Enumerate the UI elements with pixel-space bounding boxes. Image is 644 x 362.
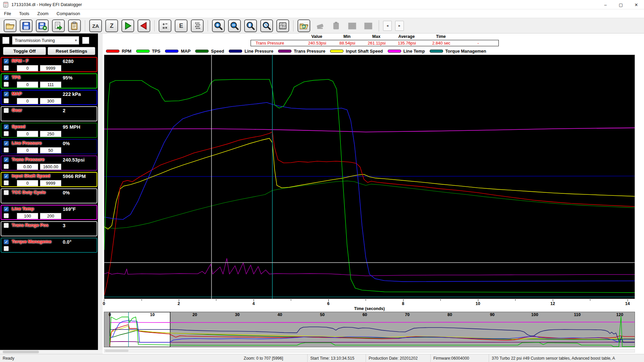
- sidebar-splitter[interactable]: [98, 34, 103, 350]
- nav-left-button[interactable]: ◂: [383, 21, 392, 31]
- scrollbar-thumb[interactable]: [3, 351, 39, 353]
- channel-min-input[interactable]: [17, 65, 38, 71]
- channel-visible-checkbox[interactable]: ✓: [4, 124, 9, 129]
- channel-visible-checkbox[interactable]: ✓: [4, 141, 9, 146]
- calculator-icon: [160, 21, 170, 31]
- channel-label: MAP: [12, 91, 22, 96]
- overview-tick-label: 30: [235, 312, 240, 317]
- menu-item-file[interactable]: File: [0, 9, 15, 18]
- open-log-button[interactable]: [4, 19, 16, 32]
- menu-item-tools[interactable]: Tools: [15, 9, 33, 18]
- channel-list: ✓RPM - F6280✓TPS95%✓MAP222 kPaGear2✓Spee…: [0, 57, 98, 253]
- cursor-stats-table: Value Min Max Average Time Trans Pressur…: [251, 34, 499, 46]
- channel-min-input[interactable]: [17, 147, 38, 154]
- channel-secondary-checkbox[interactable]: [4, 98, 9, 103]
- axis-tick-label: 8: [402, 301, 404, 306]
- channel-secondary-checkbox[interactable]: [4, 131, 9, 136]
- status-tune-info: 370 Turbo 22 psi #49 Custom sensor table…: [489, 354, 644, 362]
- channel-value: 240.53psi: [63, 157, 85, 163]
- legend-swatch: [136, 50, 150, 53]
- overview-chart[interactable]: [104, 312, 635, 347]
- channel-visible-checkbox[interactable]: [4, 223, 9, 228]
- overview-scrollbar[interactable]: [104, 349, 635, 353]
- channel-visible-checkbox[interactable]: [4, 190, 9, 195]
- channel-max-input[interactable]: [40, 164, 61, 170]
- axis-tick: [366, 299, 366, 301]
- scrollbar-thumb[interactable]: [105, 350, 128, 352]
- channel-secondary-checkbox[interactable]: [4, 180, 9, 185]
- channel-max-input[interactable]: [40, 213, 61, 219]
- save-add-button[interactable]: [36, 19, 49, 32]
- zoom-out-button[interactable]: [228, 19, 241, 32]
- paste-button[interactable]: [68, 19, 81, 32]
- events-e-button[interactable]: E: [175, 19, 187, 32]
- preset-dropdown[interactable]: Transmission Tuning ▾: [12, 36, 79, 45]
- channel-min-input[interactable]: [17, 180, 38, 186]
- export-button[interactable]: [52, 19, 65, 32]
- channel-min-input[interactable]: [17, 81, 38, 88]
- channel-max-input[interactable]: [40, 147, 61, 154]
- channel-visible-checkbox[interactable]: ✓: [4, 92, 9, 97]
- channel-secondary-checkbox[interactable]: [4, 65, 9, 70]
- channel-visible-checkbox[interactable]: [4, 108, 9, 113]
- channel-visible-checkbox[interactable]: ✓: [4, 174, 9, 179]
- channel-visible-checkbox[interactable]: ✓: [4, 239, 9, 244]
- channel-min-input[interactable]: [17, 131, 38, 137]
- minimize-button[interactable]: –: [598, 0, 613, 9]
- close-button[interactable]: ✕: [629, 0, 644, 9]
- status-section-ready: Ready Zoom: 0 to 707 [5996]: [0, 354, 308, 362]
- dots-grid-button[interactable]: [191, 19, 204, 32]
- preset-left-box[interactable]: [2, 37, 9, 44]
- channel-max-input[interactable]: [40, 81, 61, 88]
- zoom-time-button[interactable]: [260, 19, 273, 32]
- channel-min-input[interactable]: [17, 164, 38, 170]
- channel-secondary-checkbox[interactable]: [4, 164, 9, 169]
- trace-trans-pressure: [110, 342, 635, 342]
- zoom-all-za-button[interactable]: ZA: [89, 19, 102, 32]
- rewind-button[interactable]: [138, 19, 150, 32]
- main-chart[interactable]: [104, 55, 635, 299]
- toggle-off-button[interactable]: Toggle Off: [3, 47, 46, 55]
- nav-right-button[interactable]: ▸: [395, 21, 404, 31]
- channel-visible-checkbox[interactable]: ✓: [4, 75, 9, 80]
- channel-secondary-checkbox[interactable]: [4, 147, 9, 153]
- status-firmware: Firmware:06004000: [431, 354, 489, 362]
- axis-tick: [590, 299, 590, 301]
- channel-max-input[interactable]: [40, 65, 61, 71]
- trace-line-temp: [110, 322, 635, 323]
- channel-visible-checkbox[interactable]: ✓: [4, 206, 9, 212]
- reload-log-button[interactable]: [298, 19, 310, 32]
- channel-min-input[interactable]: [17, 213, 38, 219]
- sidebar-horizontal-scrollbar[interactable]: [0, 350, 103, 354]
- overview-strip[interactable]: 0102030405060708090100110120: [104, 312, 635, 347]
- preset-right-box[interactable]: [82, 37, 89, 44]
- zoom-document-button[interactable]: [244, 19, 257, 32]
- channel-max-input[interactable]: [40, 131, 61, 137]
- channel-secondary-checkbox[interactable]: [4, 246, 9, 251]
- overview-tick-label: 10: [150, 312, 155, 317]
- calculator-button[interactable]: [159, 19, 171, 32]
- channel-visible-checkbox[interactable]: ✓: [4, 157, 9, 162]
- channel-max-input[interactable]: [40, 98, 61, 104]
- zoom-in-button[interactable]: [212, 19, 225, 32]
- channel-secondary-checkbox[interactable]: [4, 82, 9, 87]
- legend-item-speed: Speed: [195, 49, 224, 54]
- channel-min-input[interactable]: [17, 98, 38, 104]
- save-button[interactable]: [20, 19, 33, 32]
- legend-item-torque-managemen: Torque Managemen: [430, 49, 486, 54]
- math-table-button[interactable]: [276, 19, 289, 32]
- channel-input-shaft-speed: ✓Input Shaft Speed5966 RPM: [1, 172, 97, 187]
- axis-tick-label: 4: [252, 301, 255, 306]
- maximize-button[interactable]: ▢: [613, 0, 629, 9]
- reset-settings-button[interactable]: Reset Settings: [48, 47, 95, 55]
- status-start-time: Start Time: 13:10:34.515: [308, 354, 366, 362]
- channel-max-input[interactable]: [40, 180, 61, 186]
- channel-secondary-checkbox[interactable]: [4, 213, 9, 218]
- status-production-date: Production Date: 20201202: [366, 354, 431, 362]
- play-button[interactable]: [121, 19, 134, 32]
- menu-item-comparison[interactable]: Comparison: [53, 9, 84, 18]
- axis-tick-label: 2: [178, 301, 180, 306]
- menu-item-zoom[interactable]: Zoom: [33, 9, 52, 18]
- channel-visible-checkbox[interactable]: ✓: [4, 59, 9, 64]
- zoom-z-button[interactable]: Z: [105, 19, 118, 32]
